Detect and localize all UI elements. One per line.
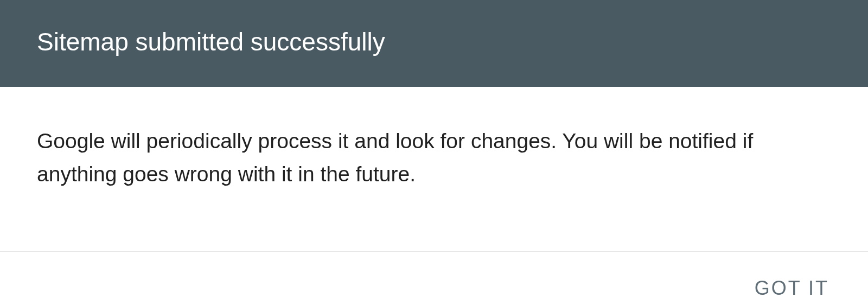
dialog-message: Google will periodically process it and … xyxy=(37,125,831,191)
dialog-header: Sitemap submitted successfully xyxy=(0,0,868,87)
dialog-title: Sitemap submitted successfully xyxy=(37,27,831,57)
dialog-body: Google will periodically process it and … xyxy=(0,87,868,251)
got-it-button[interactable]: GOT IT xyxy=(748,273,835,304)
dialog-actions: GOT IT xyxy=(0,252,868,304)
confirmation-dialog: Sitemap submitted successfully Google wi… xyxy=(0,0,868,304)
